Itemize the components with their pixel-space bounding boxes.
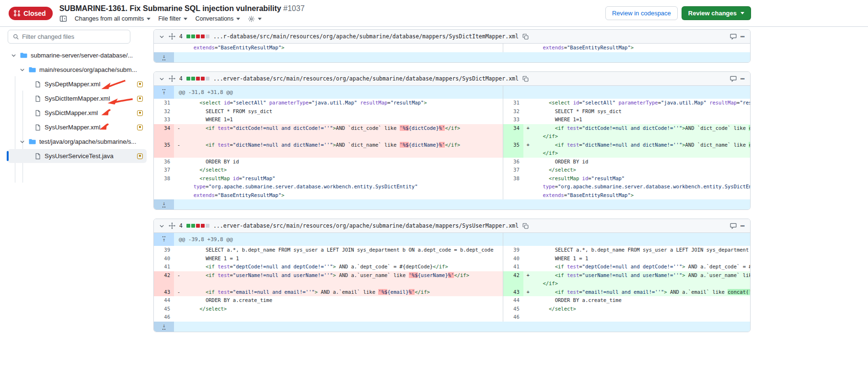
tree-file-row[interactable]: SysDictMapper.xml [8,106,147,120]
conversations-dropdown[interactable]: Conversations [195,15,240,22]
line-number[interactable]: 33 [503,116,523,124]
red-arrow-annotation [100,107,112,117]
line-number[interactable]: 42 [154,271,174,288]
collapse-sidebar-icon[interactable] [59,15,67,23]
file-options-kebab[interactable]: ⋯ [741,74,745,83]
line-number[interactable]: 33 [154,116,174,124]
line-number[interactable]: 38 [503,174,523,200]
code-cell: WHERE 1 = 1 [533,255,750,263]
code-cell: SELECT * FROM sys_dict [184,107,503,116]
tree-collapse-chevron[interactable] [11,52,17,58]
tree-file-row[interactable]: SysUserServiceTest.java [8,149,147,163]
tree-collapse-chevron[interactable] [19,67,25,73]
file-options-kebab[interactable]: ⋯ [741,221,745,230]
code-line: </select> [187,166,503,174]
line-number[interactable] [503,44,523,52]
code-line: </if> [537,279,750,288]
tree-file-row[interactable]: SysDeptMapper.xml [8,77,147,91]
red-arrow-annotation [99,79,127,91]
expand-up-button[interactable]: ↑ [154,233,174,246]
filter-changed-files-input[interactable] [22,33,125,40]
line-number[interactable]: 45 [154,305,174,313]
tree-file-row[interactable]: SysDictItemMapper.xml [8,92,147,105]
line-number[interactable]: 32 [154,107,174,116]
line-number[interactable]: 40 [503,255,523,263]
drag-handle-icon[interactable] [169,33,175,40]
line-number[interactable]: 44 [154,296,174,305]
expand-down-button[interactable]: ↓ [154,322,174,332]
collapse-file-chevron-icon[interactable] [159,76,165,82]
collapse-file-chevron-icon[interactable] [159,34,165,40]
line-number[interactable]: 31 [503,99,523,107]
fold-down-icon: ↓ [162,201,166,208]
code-line: type="org.apache.submarine.server.databa… [187,183,503,191]
line-number[interactable] [154,44,174,52]
tree-folder-row[interactable]: submarine-server/server-database/... [8,48,147,62]
tree-folder-row[interactable]: main/resources/org/apache/subm... [8,63,147,77]
diff-sign: + [523,288,533,297]
line-number[interactable]: 35 [503,141,523,158]
line-number[interactable]: 32 [503,107,523,116]
line-number[interactable]: 36 [503,158,523,166]
file-path: ...erver-database/src/main/resources/org… [213,75,519,82]
code-line: <if test="deptCode!=null and deptCode!='… [187,263,503,271]
tree-file-row[interactable]: SysUserMapper.xml [8,120,147,134]
line-number[interactable]: 43 [503,288,523,297]
diff-settings-dropdown[interactable] [248,15,262,23]
line-number[interactable]: 34 [503,124,523,141]
line-number[interactable]: 38 [154,174,174,200]
review-in-codespace-button[interactable]: Review in codespace [605,6,678,20]
copy-path-icon[interactable] [522,76,529,82]
diff-side-old: 46 [154,313,503,322]
file-filter-box[interactable] [8,30,130,44]
line-number[interactable]: 37 [154,166,174,174]
diff-row: 32 SELECT * FROM sys_dict32 SELECT * FRO… [154,107,750,116]
comment-icon[interactable] [730,75,737,82]
line-number[interactable]: 41 [154,263,174,271]
line-number[interactable]: 37 [503,166,523,174]
line-number[interactable]: 42 [503,271,523,288]
diff-row: 31 <select id="selectAll" parameterType=… [154,99,750,107]
line-number[interactable]: 46 [503,313,523,322]
drag-handle-icon[interactable] [169,222,175,229]
neutral-block [206,35,209,38]
comment-icon[interactable] [730,222,737,229]
expand-down-button[interactable]: ↓ [154,52,174,62]
code-cell: <if test="dictName!=null and dictName!='… [533,141,750,158]
file-filter-dropdown[interactable]: File filter [158,15,187,22]
line-number[interactable]: 43 [154,288,174,297]
line-number[interactable]: 34 [154,124,174,141]
hunk-row: ↑@@ -31,8 +31,8 @@ [154,86,750,99]
diff-side-new: 41 <if test="deptCode!=null and deptCode… [503,263,750,271]
copy-path-icon[interactable] [522,34,529,40]
tree-folder-row[interactable]: test/java/org/apache/submarine/s... [8,135,147,149]
line-number[interactable]: 45 [503,305,523,313]
collapse-file-chevron-icon[interactable] [159,223,165,229]
code-line: extends="BaseEntityResultMap"> [537,191,750,200]
line-number[interactable]: 36 [154,158,174,166]
line-number[interactable]: 46 [154,313,174,322]
line-number[interactable]: 39 [154,246,174,255]
code-line: <if test="dictCode!=null and dictCode!='… [187,124,503,133]
drag-handle-icon[interactable] [169,75,175,82]
file-options-kebab[interactable]: ⋯ [741,32,745,41]
line-number[interactable]: 40 [154,255,174,263]
changes-from-dropdown[interactable]: Changes from all commits [75,15,151,22]
copy-path-icon[interactable] [522,223,529,229]
diff-row: 38+ <resultMap id="resultMap" type="org.… [154,174,750,200]
line-number[interactable]: 44 [503,296,523,305]
comment-icon[interactable] [730,33,737,40]
line-number[interactable]: 39 [503,246,523,255]
expand-up-button[interactable]: ↑ [154,86,174,99]
code-line: </select> [537,305,750,313]
expand-down-button[interactable]: ↓ [154,199,174,209]
line-number[interactable]: 35 [154,141,174,158]
review-changes-button[interactable]: Review changes [682,6,751,20]
line-number[interactable]: 41 [503,263,523,271]
addition-block [186,224,190,228]
code-line: WHERE 1 = 1 [537,255,750,263]
deletion-block [196,77,200,81]
line-number[interactable]: 31 [154,99,174,107]
tree-collapse-chevron[interactable] [19,139,25,145]
deletion-block [201,77,205,81]
